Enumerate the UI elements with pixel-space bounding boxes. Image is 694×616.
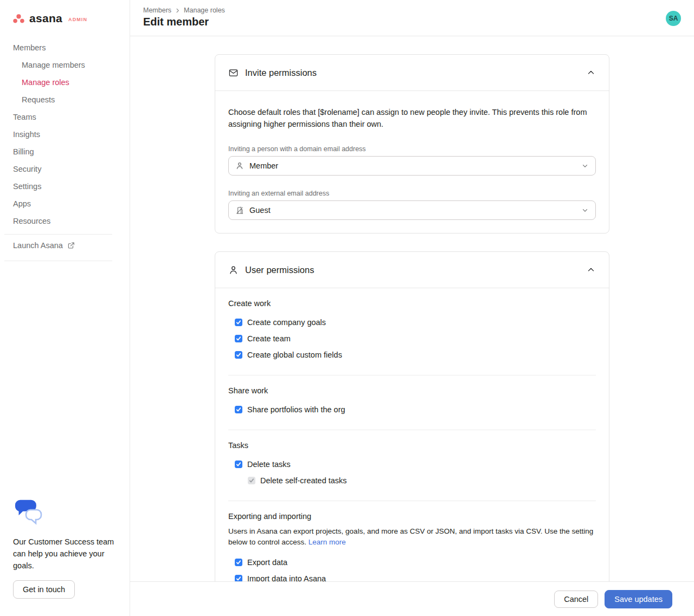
field-label: Inviting an external email address xyxy=(228,190,596,197)
main-area: MembersManage roles Edit member SA Invit… xyxy=(130,0,694,616)
envelope-icon xyxy=(228,68,239,78)
selected-role: Guest xyxy=(249,206,271,215)
checkbox[interactable] xyxy=(235,559,242,566)
selected-role: Member xyxy=(249,161,278,170)
sidebar-item-apps[interactable]: Apps xyxy=(0,195,130,212)
page-title: Edit member xyxy=(143,16,209,28)
sidebar-item-resources[interactable]: Resources xyxy=(0,212,130,230)
sidebar-item-security[interactable]: Security xyxy=(0,160,130,178)
checkbox-list: Share portfolios with the org xyxy=(228,401,596,418)
permission-row-create-global-custom-fields: Create global custom fields xyxy=(228,347,596,363)
logo-wordmark: asana xyxy=(29,13,62,24)
permission-row-create-company-goals: Create company goals xyxy=(228,314,596,330)
section-heading: Exporting and importing xyxy=(228,512,596,521)
checkbox[interactable] xyxy=(235,335,242,342)
customer-success-text: Our Customer Success team can help you a… xyxy=(13,536,117,572)
field-label: Inviting a person with a domain email ad… xyxy=(228,145,596,153)
checkbox-label[interactable]: Create global custom fields xyxy=(247,351,342,359)
breadcrumb-item-manage-roles[interactable]: Manage roles xyxy=(184,7,225,14)
guest-icon xyxy=(235,206,244,215)
external-link-icon xyxy=(67,242,75,249)
collapse-toggle[interactable] xyxy=(586,265,596,275)
permission-section-share-work: Share workShare portfolios with the org xyxy=(228,386,596,430)
admin-badge: ADMIN xyxy=(68,15,87,22)
checkbox[interactable] xyxy=(235,406,242,413)
section-heading: Create work xyxy=(228,299,596,308)
chevron-up-icon xyxy=(586,265,596,275)
checkbox xyxy=(248,477,255,484)
breadcrumb-item-members[interactable]: Members xyxy=(143,7,171,14)
user-card-header: User permissions xyxy=(215,252,609,288)
sidebar-divider-bottom xyxy=(4,261,112,261)
launch-label: Launch Asana xyxy=(13,241,63,250)
sidebar-item-insights[interactable]: Insights xyxy=(0,126,130,143)
checkbox[interactable] xyxy=(235,319,242,326)
checkbox[interactable] xyxy=(235,461,242,468)
sidebar-item-manage-members[interactable]: Manage members xyxy=(0,56,130,74)
permission-row-create-team: Create team xyxy=(228,330,596,347)
sidebar-item-members[interactable]: Members xyxy=(0,39,130,56)
sidebar-nav: MembersManage membersManage rolesRequest… xyxy=(0,39,130,230)
person-icon xyxy=(235,161,244,170)
permission-sections: Create workCreate company goalsCreate te… xyxy=(215,288,609,603)
sidebar-item-settings[interactable]: Settings xyxy=(0,178,130,195)
user-permissions-card: User permissions Create workCreate compa… xyxy=(215,251,609,604)
permission-row-share-portfolios-with-the-org: Share portfolios with the org xyxy=(228,401,596,418)
collapse-toggle[interactable] xyxy=(586,68,596,77)
cancel-button[interactable]: Cancel xyxy=(554,591,598,608)
invite-card-header: Invite permissions xyxy=(215,55,609,91)
person-icon xyxy=(228,265,239,275)
page-header: MembersManage roles Edit member SA xyxy=(130,0,694,36)
permission-section-tasks: TasksDelete tasksDelete self-created tas… xyxy=(228,441,596,501)
checkbox-label: Delete self-created tasks xyxy=(260,476,347,485)
sidebar-item-teams[interactable]: Teams xyxy=(0,108,130,126)
save-updates-button[interactable]: Save updates xyxy=(605,590,672,608)
asana-dots-icon xyxy=(13,14,24,23)
card-title: Invite permissions xyxy=(245,68,317,78)
action-bar: Cancel Save updates xyxy=(130,581,694,616)
customer-success-block: Our Customer Success team can help you a… xyxy=(13,498,117,599)
chat-bubbles-icon xyxy=(13,498,117,528)
checkbox-label[interactable]: Delete tasks xyxy=(247,460,291,469)
sidebar-item-launch-asana[interactable]: Launch Asana xyxy=(0,235,130,256)
breadcrumb: MembersManage roles xyxy=(143,7,225,14)
role-select-guest[interactable]: Guest xyxy=(228,200,596,220)
sidebar-item-requests[interactable]: Requests xyxy=(0,91,130,108)
section-heading: Share work xyxy=(228,386,596,395)
card-title: User permissions xyxy=(245,265,314,275)
invite-card-body: Choose default roles that [$rolename] ca… xyxy=(215,91,609,233)
chevron-down-icon xyxy=(581,206,589,214)
section-description: Users in Asana can export projects, goal… xyxy=(228,526,594,548)
chevron-up-icon xyxy=(586,68,596,77)
get-in-touch-button[interactable]: Get in touch xyxy=(13,580,75,599)
invite-description: Choose default roles that [$rolename] ca… xyxy=(228,106,594,130)
content: Invite permissions Choose default roles … xyxy=(130,54,694,616)
checkbox-list: Delete tasksDelete self-created tasks xyxy=(228,456,596,489)
permission-row-delete-self-created-tasks: Delete self-created tasks xyxy=(228,472,596,489)
checkbox[interactable] xyxy=(235,351,242,359)
checkbox-label[interactable]: Share portfolios with the org xyxy=(247,405,345,414)
learn-more-link[interactable]: Learn more xyxy=(309,538,346,546)
admin-console: asana ADMIN MembersManage membersManage … xyxy=(0,0,694,616)
sidebar-item-manage-roles[interactable]: Manage roles xyxy=(0,74,130,91)
checkbox-label[interactable]: Create team xyxy=(247,334,291,343)
asana-logo[interactable]: asana ADMIN xyxy=(0,0,130,24)
sidebar: asana ADMIN MembersManage membersManage … xyxy=(0,0,130,616)
checkbox-list: Create company goalsCreate teamCreate gl… xyxy=(228,314,596,363)
sidebar-item-billing[interactable]: Billing xyxy=(0,143,130,160)
permission-row-delete-tasks: Delete tasks xyxy=(228,456,596,472)
invite-fields: Inviting a person with a domain email ad… xyxy=(228,145,596,220)
permission-row-export-data: Export data xyxy=(228,554,596,570)
invite-permissions-card: Invite permissions Choose default roles … xyxy=(215,54,609,234)
permission-section-create-work: Create workCreate company goalsCreate te… xyxy=(228,299,596,375)
chevron-down-icon xyxy=(581,162,589,170)
section-heading: Tasks xyxy=(228,441,596,450)
checkbox-label[interactable]: Export data xyxy=(247,558,287,567)
chevron-right-icon xyxy=(175,8,181,14)
checkbox-label[interactable]: Create company goals xyxy=(247,318,326,327)
avatar[interactable]: SA xyxy=(666,11,681,26)
role-select-member[interactable]: Member xyxy=(228,156,596,176)
